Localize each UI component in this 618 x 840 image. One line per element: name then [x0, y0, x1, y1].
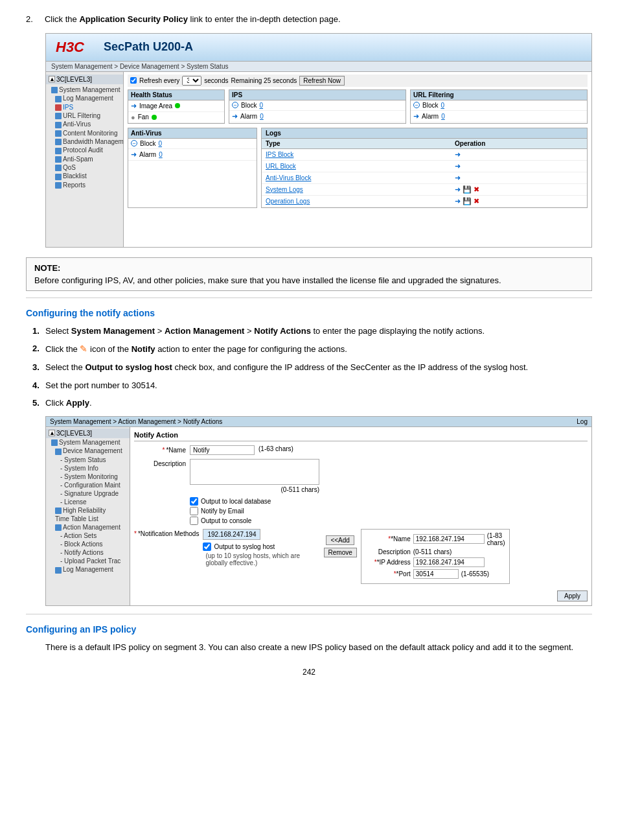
arrow-op-url: ➜ — [455, 162, 461, 170]
av-alarm-row: ➜ Alarm 0 — [128, 149, 257, 161]
name-row: *Name (1-63 chars) — [134, 445, 588, 455]
refresh-bar: Refresh every 30 seconds Remaining 25 se… — [128, 75, 588, 87]
url-block-row: − Block 0 — [411, 100, 587, 111]
save-icon-oper: 💾 — [463, 197, 472, 205]
desc-textarea[interactable] — [190, 459, 319, 485]
url-status-section: URL Filtering − Block 0 ➜ Alarm 0 — [410, 89, 588, 124]
step-5-content: Click Apply. — [45, 397, 592, 410]
ns-notify-actions[interactable]: - Notify Actions — [46, 548, 130, 557]
ns-high-reliability[interactable]: High Reliability — [46, 506, 130, 515]
ns-log-mgmt[interactable]: Log Management — [46, 565, 130, 574]
notify-section-heading: Configuring the notify actions — [26, 308, 592, 320]
ns-time-table[interactable]: Time Table List — [46, 515, 130, 523]
right-desc-hint: (0-511 chars) — [413, 548, 452, 555]
step-3-content: Select the Output to syslog host check b… — [45, 361, 592, 374]
minus-icon-av: − — [131, 140, 137, 146]
ns-action-sets[interactable]: - Action Sets — [46, 531, 130, 540]
ips-icon — [55, 104, 62, 111]
delete-icon-sys: ✖ — [474, 185, 479, 193]
step-text: Click the Application Security Policy li… — [45, 14, 341, 24]
refresh-checkbox[interactable] — [130, 77, 137, 84]
right-port-hint: (1-65535) — [461, 570, 489, 578]
sidebar-item-antivirus[interactable]: Anti-Virus — [46, 120, 123, 128]
ips-title: IPS — [229, 90, 406, 100]
ips-block-log-link[interactable]: IPS Block — [266, 151, 293, 158]
right-name-input[interactable] — [413, 534, 485, 544]
sidebar-item-qos[interactable]: QoS — [46, 163, 123, 172]
sidebar-collapse[interactable]: ▲ — [49, 76, 55, 82]
content-icon — [55, 130, 62, 137]
right-desc-row: Description (0-511 chars) — [365, 548, 505, 555]
ns-upload-packet[interactable]: - Upload Packet Trac — [46, 557, 130, 565]
syslog-checkbox[interactable] — [203, 542, 211, 551]
ips-alarm-link[interactable]: 0 — [260, 113, 264, 120]
intro-step: 2. Click the Application Security Policy… — [26, 13, 592, 27]
output-console-label: Output to console — [201, 517, 251, 524]
sidebar-item-url[interactable]: URL Filtering — [46, 111, 123, 120]
protocol-icon — [55, 148, 62, 154]
sidebar-item-system[interactable]: System Management — [46, 86, 123, 94]
minus-icon: − — [232, 102, 238, 108]
operation-logs-link[interactable]: Operation Logs — [266, 198, 310, 205]
sidebar-item-blacklist[interactable]: Blacklist — [46, 172, 123, 180]
ns-system-mgmt[interactable]: System Management — [46, 438, 130, 447]
sidebar-item-content[interactable]: Content Monitoring — [46, 129, 123, 137]
url-block-link[interactable]: 0 — [441, 102, 444, 109]
refresh-interval-select[interactable]: 30 — [182, 76, 201, 86]
add-button[interactable]: <<Add — [326, 535, 354, 545]
sidebar-item-log[interactable]: Log Management — [46, 94, 123, 102]
ns-system-info[interactable]: - System Info — [46, 464, 130, 472]
ns-sig-upgrade[interactable]: - Signature Upgrade — [46, 489, 130, 498]
notify-body: ▲ 3C[LEVEL3] System Management Device Ma… — [46, 427, 591, 605]
output-local-checkbox[interactable] — [190, 497, 198, 506]
desc-field-group: (0-511 chars) — [190, 459, 319, 493]
ns-block-actions[interactable]: - Block Actions — [46, 540, 130, 548]
av-alarm-link[interactable]: 0 — [159, 151, 163, 158]
right-ip-label: **IP Address — [365, 559, 411, 566]
sidebar-item-antispam[interactable]: Anti-Spam — [46, 155, 123, 163]
arrow-op: ➜ — [455, 150, 461, 158]
step-2-number: 2. — [32, 342, 45, 356]
notify-breadcrumb-bar: System Management > Action Management > … — [46, 417, 591, 427]
output-console-checkbox[interactable] — [190, 517, 198, 525]
notify-form-title: Notify Action — [134, 431, 588, 441]
right-ip-input[interactable] — [413, 557, 485, 567]
system-logs-link[interactable]: System Logs — [266, 186, 303, 193]
ips-section-text: There is a default IPS policy on segment… — [45, 641, 592, 655]
sidebar-item-bandwidth[interactable]: Bandwidth Management — [46, 137, 123, 146]
arrow-op-av: ➜ — [455, 174, 461, 181]
ns-config-maint[interactable]: - Configuration Maint — [46, 481, 130, 489]
url-block-log-link[interactable]: URL Block — [266, 163, 296, 170]
sidebar-item-ips[interactable]: IPS — [46, 103, 123, 111]
notify-step-4: 4. Set the port number to 30514. — [32, 379, 592, 392]
refresh-now-button[interactable]: Refresh Now — [299, 76, 345, 86]
av-block-log-link[interactable]: Anti-Virus Block — [266, 174, 311, 181]
antivirus-section: Anti-Virus − Block 0 ➜ Alarm 0 — [128, 128, 257, 208]
right-port-input[interactable] — [413, 569, 459, 579]
sidebar-item-reports[interactable]: Reports — [46, 181, 123, 189]
log-row-url-block: URL Block ➜ — [262, 160, 587, 172]
remove-button[interactable]: Remove — [324, 548, 357, 557]
ns-device-mgmt[interactable]: Device Management — [46, 447, 130, 455]
syslog-right-panel: **Name (1-83 chars) Description (0-511 c… — [361, 529, 510, 584]
notify-email-checkbox[interactable] — [190, 507, 198, 515]
ns-log-icon — [55, 567, 62, 574]
sidebar-collapse-notify[interactable]: ▲ — [49, 430, 55, 436]
sidebar-item-protocol[interactable]: Protocol Audit — [46, 146, 123, 154]
device-body: ▲ 3C[LEVEL3] System Management Log Manag… — [46, 72, 591, 247]
arrow-op-sys: ➜ — [455, 185, 461, 193]
ns-system-status[interactable]: - System Status — [46, 456, 130, 464]
url-alarm-link[interactable]: 0 — [441, 113, 445, 120]
checkboxes-group: Output to local database Notify by Email… — [190, 497, 588, 525]
ns-system-monitoring[interactable]: - System Monitoring — [46, 472, 130, 481]
name-input[interactable] — [190, 445, 255, 455]
apply-button[interactable]: Apply — [557, 590, 588, 601]
log-row-system: System Logs ➜ 💾 ✖ — [262, 183, 587, 195]
notification-methods-row: *Notification Methods 192.168.247.194 Ou… — [134, 529, 588, 584]
pencil-icon: ✎ — [80, 344, 87, 354]
av-block-link[interactable]: 0 — [158, 140, 162, 147]
ns-license[interactable]: - License — [46, 498, 130, 506]
right-name-hint: (1-83 chars) — [487, 532, 505, 546]
ns-action-mgmt[interactable]: Action Management — [46, 523, 130, 531]
ips-block-link[interactable]: 0 — [259, 102, 263, 109]
